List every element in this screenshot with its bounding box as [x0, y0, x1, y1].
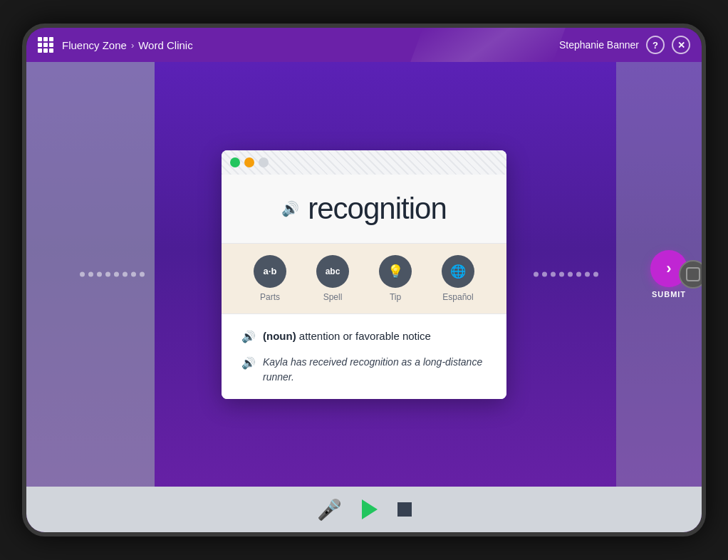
nav-dot: [97, 272, 102, 277]
definition-speaker-icon[interactable]: 🔊: [241, 330, 256, 343]
home-button-inner: [686, 267, 700, 281]
espanol-label: Español: [442, 292, 473, 302]
help-button[interactable]: ?: [646, 36, 665, 54]
nav-dot: [551, 272, 556, 277]
nav-dot: [585, 272, 590, 277]
nav-dot: [105, 272, 110, 277]
word-speaker-icon[interactable]: 🔊: [281, 200, 299, 217]
content-body: 🔊 recognition a·b Parts abc: [26, 62, 702, 487]
stop-icon: [397, 502, 412, 517]
word-display: recognition: [308, 192, 446, 226]
word-section: 🔊 recognition: [222, 175, 506, 244]
submit-arrow-icon: ›: [666, 259, 671, 278]
nav-dots-left: [80, 272, 145, 277]
definition-section: 🔊 (noun) attention or favorable notice 🔊…: [222, 314, 506, 399]
play-icon: [362, 499, 378, 519]
tool-espanol[interactable]: 🌐 Español: [442, 255, 474, 302]
nav-dot: [593, 272, 598, 277]
example-text: Kayla has received recognition as a long…: [263, 355, 487, 385]
traffic-light-gray: [259, 157, 269, 167]
user-name: Stephanie Banner: [559, 39, 639, 51]
tool-parts[interactable]: a·b Parts: [254, 255, 286, 302]
nav-dot: [114, 272, 119, 277]
nav-dot: [559, 272, 564, 277]
breadcrumb: Fluency Zone › Word Clinic: [62, 39, 193, 51]
nav-dot: [542, 272, 547, 277]
nav-dot: [123, 272, 128, 277]
nav-dots-right: [534, 272, 598, 277]
parts-icon: a·b: [254, 255, 286, 288]
nav-dot: [576, 272, 581, 277]
header: Fluency Zone › Word Clinic Stephanie Ban…: [26, 28, 702, 62]
submit-label: SUBMIT: [652, 290, 686, 299]
definition-item-example: 🔊 Kayla has received recognition as a lo…: [241, 355, 487, 385]
microphone-icon: 🎤: [317, 498, 342, 522]
nav-dot: [131, 272, 136, 277]
close-button[interactable]: ✕: [672, 36, 690, 54]
stop-button[interactable]: [397, 502, 412, 517]
nav-dot: [568, 272, 573, 277]
main-content: 🔊 recognition a·b Parts abc: [26, 62, 702, 532]
spell-label: Spell: [323, 292, 343, 302]
breadcrumb-page[interactable]: Word Clinic: [138, 39, 192, 51]
header-left: Fluency Zone › Word Clinic: [38, 37, 559, 53]
parts-label: Parts: [260, 292, 280, 302]
traffic-light-yellow[interactable]: [244, 157, 254, 167]
nav-dot: [88, 272, 93, 277]
nav-dot: [140, 272, 145, 277]
tip-icon: 💡: [379, 255, 412, 288]
word-card: 🔊 recognition a·b Parts abc: [222, 150, 506, 399]
tip-label: Tip: [390, 292, 401, 302]
grid-icon[interactable]: [38, 37, 53, 53]
nav-dot: [534, 272, 539, 277]
breadcrumb-chevron: ›: [131, 40, 134, 51]
tablet-frame: Fluency Zone › Word Clinic Stephanie Ban…: [22, 24, 706, 536]
breadcrumb-section[interactable]: Fluency Zone: [62, 39, 127, 51]
definition-text: (noun) attention or favorable notice: [263, 328, 431, 343]
definition-item-main: 🔊 (noun) attention or favorable notice: [241, 328, 487, 343]
tool-spell[interactable]: abc Spell: [316, 255, 349, 302]
home-button[interactable]: [679, 260, 702, 289]
nav-dot: [80, 272, 85, 277]
tools-section: a·b Parts abc Spell 💡 Ti: [222, 244, 506, 314]
recording-bar: 🎤: [26, 487, 702, 532]
example-speaker-icon[interactable]: 🔊: [241, 356, 256, 370]
espanol-icon: 🌐: [442, 255, 474, 288]
play-button[interactable]: [362, 499, 378, 519]
traffic-light-green[interactable]: [230, 157, 240, 167]
tool-tip[interactable]: 💡 Tip: [379, 255, 412, 302]
card-titlebar: [222, 150, 506, 175]
header-right: Stephanie Banner ? ✕: [559, 36, 690, 54]
microphone-button[interactable]: 🎤: [317, 498, 342, 522]
spell-icon: abc: [316, 255, 349, 288]
